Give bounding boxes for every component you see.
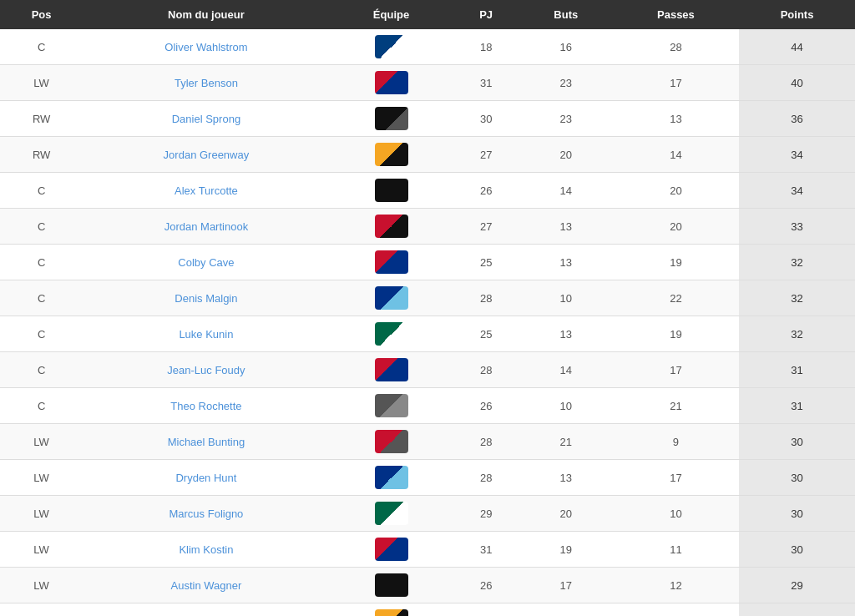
cell-pj: 26 <box>453 173 519 209</box>
table-row: RW Jordan Greenway 27 20 14 34 <box>0 137 855 173</box>
cell-passes: 22 <box>613 280 739 316</box>
cell-points: 30 <box>739 460 855 496</box>
cell-team-logo <box>330 316 453 352</box>
cell-player-name: Oliver Wahlstrom <box>83 29 329 65</box>
table-row: C Jordan Martinook 27 13 20 33 <box>0 209 855 245</box>
cell-pos: C <box>0 173 83 209</box>
cell-team-logo <box>330 137 453 173</box>
cell-player-name: Luke Kunin <box>83 316 329 352</box>
cell-points: 31 <box>739 388 855 424</box>
cell-buts: 19 <box>519 532 613 568</box>
cell-pj: 27 <box>453 137 519 173</box>
cell-buts: 13 <box>519 460 613 496</box>
cell-team-logo <box>330 352 453 388</box>
table-row: C Colby Cave 25 13 19 32 <box>0 245 855 280</box>
cell-pos: LW <box>0 65 83 101</box>
cell-team-logo <box>330 603 453 617</box>
cell-pj: 25 <box>453 245 519 280</box>
table-row: C Alex Turcotte 26 14 20 34 <box>0 173 855 209</box>
cell-passes: 20 <box>613 209 739 245</box>
cell-pos: C <box>0 209 83 245</box>
cell-player-name: Daniel Sprong <box>83 101 329 137</box>
team-logo-img <box>375 573 408 597</box>
cell-passes: 12 <box>613 568 739 603</box>
cell-player-name: Jordan Martinook <box>83 209 329 245</box>
cell-passes: 14 <box>613 137 739 173</box>
cell-team-logo <box>330 209 453 245</box>
cell-player-name: Michael McLeod <box>83 603 329 617</box>
cell-pj: 30 <box>453 101 519 137</box>
cell-points: 40 <box>739 65 855 101</box>
cell-buts: 10 <box>519 280 613 316</box>
cell-points: 29 <box>739 568 855 603</box>
cell-player-name: Jean-Luc Foudy <box>83 352 329 388</box>
cell-player-name: Tyler Benson <box>83 65 329 101</box>
team-logo-img <box>375 143 408 166</box>
cell-player-name: Colby Cave <box>83 245 329 280</box>
cell-player-name: Alex Turcotte <box>83 173 329 209</box>
cell-points: 30 <box>739 424 855 460</box>
team-logo-img <box>375 107 408 130</box>
cell-points: 30 <box>739 496 855 532</box>
cell-team-logo <box>330 29 453 65</box>
table-row: C Jean-Luc Foudy 28 14 17 31 <box>0 352 855 388</box>
team-logo-img <box>375 502 408 525</box>
cell-points: 32 <box>739 280 855 316</box>
cell-passes: 13 <box>613 101 739 137</box>
cell-pj: 28 <box>453 352 519 388</box>
table-row: LW Michael Bunting 28 21 9 30 <box>0 424 855 460</box>
cell-passes: 20 <box>613 173 739 209</box>
cell-pos: LW <box>0 568 83 603</box>
cell-pos: LW <box>0 532 83 568</box>
team-logo-img <box>375 322 408 346</box>
cell-points: 36 <box>739 101 855 137</box>
cell-pos: C <box>0 245 83 280</box>
cell-pj: 18 <box>453 29 519 65</box>
cell-team-logo <box>330 424 453 460</box>
header-team: Équipe <box>330 0 453 29</box>
cell-passes: 17 <box>613 65 739 101</box>
cell-pj: 26 <box>453 388 519 424</box>
header-name: Nom du joueur <box>83 0 329 29</box>
cell-passes: 17 <box>613 352 739 388</box>
team-logo-img <box>375 430 408 453</box>
cell-player-name: Dryden Hunt <box>83 460 329 496</box>
cell-pj: 31 <box>453 532 519 568</box>
cell-passes: 9 <box>613 424 739 460</box>
table-row: RW Daniel Sprong 30 23 13 36 <box>0 101 855 137</box>
header-pos: Pos <box>0 0 83 29</box>
table-row: C Denis Malgin 28 10 22 32 <box>0 280 855 316</box>
cell-buts: 20 <box>519 137 613 173</box>
cell-pj: 29 <box>453 496 519 532</box>
cell-passes: 11 <box>613 532 739 568</box>
team-logo-img <box>375 538 408 561</box>
table-row: C Oliver Wahlstrom 18 16 28 44 <box>0 29 855 65</box>
cell-pos: LW <box>0 496 83 532</box>
table-row: LW Marcus Foligno 29 20 10 30 <box>0 496 855 532</box>
table-row: C Theo Rochette 26 10 21 31 <box>0 388 855 424</box>
cell-team-logo <box>330 388 453 424</box>
cell-pos: C <box>0 316 83 352</box>
table-row: LW Klim Kostin 31 19 11 30 <box>0 532 855 568</box>
cell-buts: 14 <box>519 352 613 388</box>
cell-passes: 21 <box>613 388 739 424</box>
team-logo-img <box>375 215 408 238</box>
cell-passes: 19 <box>613 245 739 280</box>
cell-pos: LW <box>0 460 83 496</box>
cell-team-logo <box>330 460 453 496</box>
team-logo-img <box>375 71 408 94</box>
cell-points: 34 <box>739 137 855 173</box>
cell-player-name: Austin Wagner <box>83 568 329 603</box>
header-passes: Passes <box>613 0 739 29</box>
cell-pj: 27 <box>453 209 519 245</box>
cell-player-name: Michael Bunting <box>83 424 329 460</box>
cell-passes: 10 <box>613 496 739 532</box>
cell-player-name: Theo Rochette <box>83 388 329 424</box>
cell-passes: 19 <box>613 316 739 352</box>
cell-pos: C <box>0 603 83 617</box>
cell-pj: 28 <box>453 460 519 496</box>
cell-pos: RW <box>0 101 83 137</box>
cell-team-logo <box>330 496 453 532</box>
cell-pj: 24 <box>453 603 519 617</box>
cell-passes: 28 <box>613 29 739 65</box>
